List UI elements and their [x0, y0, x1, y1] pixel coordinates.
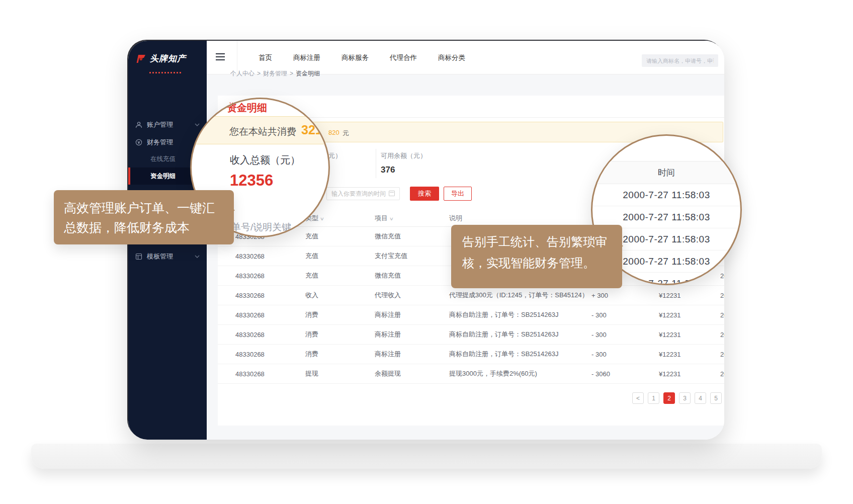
search-button[interactable]: 搜索	[410, 187, 439, 201]
table-row: 48330268提现余额提现提现3000元，手续费2%(60元)- 3060¥1…	[218, 364, 724, 384]
tooltip-right-text: 告别手工统计、告别繁琐审核，实现智能财务管理。	[462, 235, 607, 270]
chevron-down-icon	[195, 123, 200, 126]
divider	[376, 149, 376, 178]
pagination: < 1 2 3 4 5	[632, 392, 722, 404]
pagination-page-4[interactable]: 4	[695, 392, 706, 404]
finance-icon	[135, 139, 142, 146]
magnified-income-label: 收入总额（元）	[230, 153, 300, 167]
table-row: 48330268消费商标注册商标自助注册，订单号：SB2514263J- 300…	[218, 305, 724, 325]
table-row: 48330268收入代理收入代理提成300元（ID:1245，订单号：SB451…	[218, 286, 724, 305]
breadcrumb: 个人中心>财务管理>资金明细	[230, 69, 320, 78]
nav-tab-trademark-category[interactable]: 商标分类	[438, 53, 465, 62]
page: 头牌知产 账户管理 财务管理 在线充值 资金明细 订单管理 我的优惠券	[0, 0, 853, 504]
user-icon	[135, 121, 142, 128]
menu-toggle-icon[interactable]	[216, 53, 225, 60]
brand-logo[interactable]: 头牌知产	[136, 53, 186, 64]
tooltip-arrow-icon	[226, 203, 242, 217]
pagination-prev[interactable]: <	[632, 392, 644, 404]
stat-balance: 可用余额（元） 376	[381, 151, 426, 175]
sort-caret-icon: ∨	[320, 216, 324, 221]
template-icon	[135, 253, 142, 260]
nav-tab-trademark-service[interactable]: 商标服务	[342, 53, 369, 62]
export-button[interactable]: 导出	[444, 187, 472, 201]
tooltip-left-text: 高效管理账户订单、一键汇总数据，降低财务成本	[64, 201, 215, 234]
col-type[interactable]: 类型∨	[305, 214, 375, 223]
pagination-page-1[interactable]: 1	[648, 392, 659, 404]
trademark-search-input[interactable]	[642, 54, 718, 67]
sidebar-item-template[interactable]: 模板管理	[128, 248, 207, 265]
nav-tab-home[interactable]: 首页	[259, 53, 272, 62]
chevron-down-icon	[195, 255, 200, 258]
brand-name: 头牌知产	[150, 53, 186, 64]
sidebar-item-account[interactable]: 账户管理	[128, 116, 207, 133]
magnified-time-header: 时间	[592, 161, 740, 184]
nav-tab-trademark-register[interactable]: 商标注册	[293, 53, 320, 62]
magnified-time-cell: 2000-7-27 11:58:03	[592, 184, 740, 206]
col-project[interactable]: 项目∨	[375, 214, 449, 223]
tooltip-left: 高效管理账户订单、一键汇总数据，降低财务成本	[54, 190, 234, 244]
sidebar-item-label: 财务管理	[147, 138, 190, 147]
pagination-page-2[interactable]: 2	[663, 392, 675, 404]
table-row: 48330268消费商标注册商标自助注册，订单号：SB2514263J- 300…	[218, 345, 724, 364]
pagination-page-5[interactable]: 5	[710, 392, 722, 404]
breadcrumb-item[interactable]: 个人中心	[230, 70, 254, 77]
calendar-icon[interactable]	[389, 191, 395, 196]
tooltip-right: 告别手工统计、告别繁琐审核，实现智能财务管理。	[451, 225, 622, 288]
magnified-banner: 您在本站共消费 32124 元	[190, 116, 330, 144]
nav-tab-agent-cooperation[interactable]: 代理合作	[390, 53, 417, 62]
table-row: 48330268消费商标注册商标自助注册，订单号：SB2514263J- 300…	[218, 325, 724, 345]
banner-amount: 820	[328, 129, 339, 136]
sort-caret-icon: ∨	[389, 216, 394, 221]
magnified-tab-title: 资金明细	[227, 101, 267, 115]
tooltip-arrow-icon	[614, 239, 630, 253]
laptop-base	[31, 444, 822, 469]
brand-flag-icon	[136, 54, 146, 64]
brand-tagline	[149, 72, 182, 73]
sidebar-item-label: 模板管理	[147, 252, 190, 261]
sidebar-item-label: 账户管理	[147, 120, 190, 129]
pagination-page-3[interactable]: 3	[679, 392, 691, 404]
col-desc: 说明	[449, 214, 591, 223]
magnified-income-value: 12356	[230, 172, 273, 190]
banner-unit: 元	[343, 129, 349, 138]
breadcrumb-current: 资金明细	[296, 70, 320, 77]
breadcrumb-item[interactable]: 财务管理	[263, 70, 287, 77]
